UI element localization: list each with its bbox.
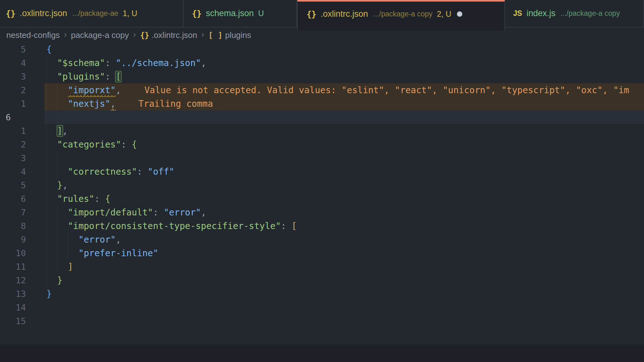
breadcrumb-label: .oxlintrc.json <box>151 30 197 40</box>
code-line-content[interactable]: }, <box>44 178 644 192</box>
line-number: 11 <box>15 262 26 272</box>
line-number: 2 <box>21 85 26 95</box>
gutter: 3 <box>0 151 44 165</box>
json-file-icon: {} <box>192 9 202 18</box>
code-line-content[interactable]: "correctness": "off" <box>44 165 644 178</box>
gutter: 11 <box>0 260 44 274</box>
indent-guide <box>46 111 47 124</box>
tab-filename: index.js <box>526 9 556 18</box>
code-line-content[interactable] <box>44 111 644 124</box>
json-file-icon: {} <box>6 9 15 18</box>
code-token: , <box>201 58 206 68</box>
tab-oxlintrc-json-0[interactable]: {}.oxlintrc.json.../package-ae1, U <box>0 0 184 27</box>
code-token: , <box>116 85 121 95</box>
js-file-icon: JS <box>513 9 522 18</box>
code-line-content[interactable]: { <box>44 43 644 56</box>
line-number: 1 <box>21 99 26 109</box>
code-token: : <box>281 221 292 231</box>
line-number: 14 <box>15 303 26 312</box>
line-number: 3 <box>21 153 26 163</box>
code-token: "rules" <box>57 194 94 204</box>
code-line-content[interactable]: "nextjs",Trailing comma <box>44 97 644 111</box>
code-line-content[interactable]: "error", <box>44 233 644 246</box>
tab-oxlintrc-json-2[interactable]: {}.oxlintrc.json.../package-a copy2, U <box>297 0 505 31</box>
code-line[interactable]: 1 "nextjs",Trailing comma <box>0 97 644 111</box>
code-line[interactable]: 2 "imporxt",Value is not accepted. Valid… <box>0 83 644 97</box>
code-line[interactable]: 1 ], <box>0 124 644 138</box>
tab-schema-json-1[interactable]: {}schema.jsonU <box>184 0 297 27</box>
tab-file-path: .../package-ae <box>72 9 118 18</box>
indent-guide <box>46 260 47 274</box>
modified-dot-icon[interactable] <box>457 11 462 17</box>
code-line-content[interactable] <box>44 314 644 328</box>
code-line[interactable]: 4 "correctness": "off" <box>0 165 644 178</box>
code-line[interactable]: 6 "rules": { <box>0 192 644 206</box>
code-line-current[interactable]: 6 <box>0 111 644 124</box>
tab-content: JSindex.js.../package-a copy <box>513 9 620 18</box>
breadcrumb-item-package-a-copy[interactable]: package-a copy <box>71 30 129 40</box>
code-token: "categories" <box>57 139 121 150</box>
code-token: "import/consistent-type-specifier-style" <box>68 221 281 231</box>
indent-guide <box>57 83 58 97</box>
code-line[interactable]: 5 }, <box>0 178 644 192</box>
code-line[interactable]: 13} <box>0 287 644 301</box>
code-line-content[interactable]: ], <box>44 124 644 138</box>
gutter: 1 <box>0 124 44 138</box>
code-line[interactable]: 10 "prefer-inline" <box>0 246 644 260</box>
editor-code-area[interactable]: 5{4 "$schema": "../schema.json",3 "plugi… <box>0 43 644 328</box>
line-number: 6 <box>21 194 26 204</box>
code-line-content[interactable]: } <box>44 287 644 301</box>
code-token: } <box>57 180 63 190</box>
tab-filename: schema.json <box>206 9 254 18</box>
indent-guide <box>57 97 58 111</box>
code-line[interactable]: 5{ <box>0 43 644 56</box>
code-line-content[interactable]: "rules": { <box>44 192 644 206</box>
code-line-content[interactable]: "$schema": "../schema.json", <box>44 56 644 70</box>
code-line[interactable]: 8 "import/consistent-type-specifier-styl… <box>0 219 644 233</box>
code-line[interactable]: 14 <box>0 301 644 314</box>
line-number: 3 <box>21 72 26 81</box>
code-line[interactable]: 2 "categories": { <box>0 138 644 151</box>
tab-filename: .oxlintrc.json <box>20 9 67 18</box>
line-number: 12 <box>15 275 26 285</box>
code-line[interactable]: 4 "$schema": "../schema.json", <box>0 56 644 70</box>
breadcrumb-item-nested-configs[interactable]: nested-configs <box>6 30 60 40</box>
code-line-content[interactable] <box>44 301 644 314</box>
code-token: : <box>105 71 116 82</box>
code-line-content[interactable]: ] <box>44 260 644 274</box>
indent-guide <box>46 124 47 138</box>
code-line-content[interactable]: "categories": { <box>44 138 644 151</box>
bottom-strip <box>0 344 644 362</box>
line-number: 5 <box>21 45 26 54</box>
code-line-content[interactable]: "imporxt",Value is not accepted. Valid v… <box>44 83 644 97</box>
code-line[interactable]: 3 "plugins": [ <box>0 70 644 83</box>
breadcrumb-item-plugins[interactable]: [ ]plugins <box>208 30 251 40</box>
code-line[interactable]: 9 "error", <box>0 233 644 246</box>
indent-guide <box>46 178 47 192</box>
code-line[interactable]: 11 ] <box>0 260 644 274</box>
code-line-content[interactable] <box>44 151 644 165</box>
gutter: 2 <box>0 138 44 151</box>
code-line-content[interactable]: "prefer-inline" <box>44 246 644 260</box>
tab-index-js-3[interactable]: JSindex.js.../package-a copy <box>505 0 644 27</box>
indent-guide <box>46 138 47 151</box>
code-token: , <box>63 126 68 136</box>
gutter: 10 <box>0 246 44 260</box>
code-line[interactable]: 3 <box>0 151 644 165</box>
code-token: "nextjs" <box>68 99 110 109</box>
code-line-content[interactable]: } <box>44 274 644 287</box>
code-line-content[interactable]: "import/consistent-type-specifier-style"… <box>44 219 644 233</box>
indent-guide <box>46 246 47 260</box>
breadcrumb-item-oxlintrc-json[interactable]: {}.oxlintrc.json <box>140 30 197 40</box>
code-token: : <box>105 58 116 68</box>
code-token: "$schema" <box>57 58 105 68</box>
code-line-content[interactable]: "import/default": "error", <box>44 206 644 219</box>
code-token: ] <box>68 262 73 272</box>
code-line[interactable]: 12 } <box>0 274 644 287</box>
code-token <box>46 248 78 258</box>
code-line[interactable]: 15 <box>0 314 644 328</box>
code-token <box>46 275 57 286</box>
code-line[interactable]: 7 "import/default": "error", <box>0 206 644 219</box>
code-line-content[interactable]: "plugins": [ <box>44 70 644 83</box>
code-token: [ <box>291 221 297 231</box>
